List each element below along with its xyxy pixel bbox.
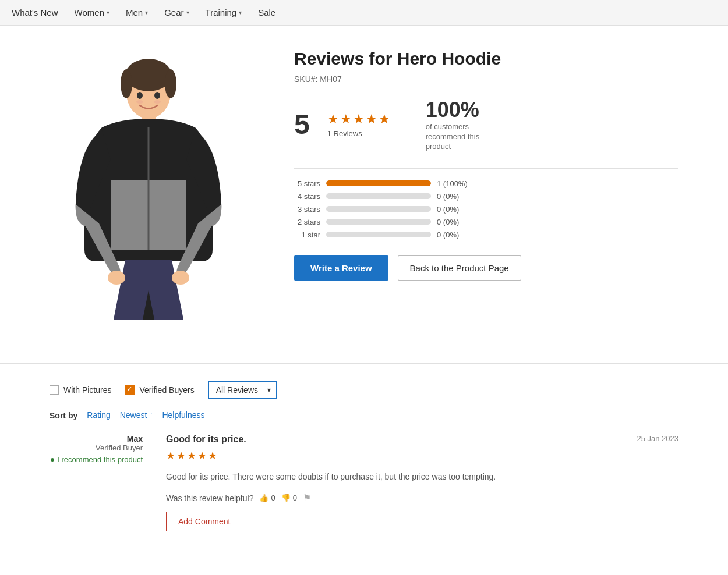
nav-whats-new[interactable]: What's New xyxy=(12,8,58,17)
bar-label: 2 stars xyxy=(294,218,320,226)
action-buttons: Write a Review Back to the Product Page xyxy=(294,255,678,281)
back-to-product-button[interactable]: Back to the Product Page xyxy=(398,255,521,281)
with-pictures-filter: With Pictures xyxy=(50,385,111,395)
nav-training[interactable]: Training ▾ xyxy=(206,8,242,17)
rating-bar-row: 4 stars 0 (0%) xyxy=(294,192,678,201)
review-item: Max Verified Buyer ● I recommend this pr… xyxy=(50,434,678,549)
rating-bar-row: 2 stars 0 (0%) xyxy=(294,218,678,226)
bar-value: 0 (0%) xyxy=(437,230,459,239)
sort-by-rating[interactable]: Rating xyxy=(87,410,110,420)
star-3: ★ xyxy=(353,112,365,127)
sort-by-label: Sort by xyxy=(50,411,77,420)
svg-point-9 xyxy=(154,92,160,99)
rating-summary: 5 ★ ★ ★ ★ ★ 1 Reviews 100% of customers … xyxy=(294,98,678,152)
review-title: Good for its price. xyxy=(166,434,246,445)
rating-bars: 5 stars 1 (100%) 4 stars 0 (0%) 3 stars … xyxy=(294,168,678,239)
svg-point-13 xyxy=(172,271,189,285)
reviewer-badge: Verified Buyer xyxy=(50,443,143,452)
bar-track xyxy=(326,180,431,186)
with-pictures-checkbox[interactable] xyxy=(50,385,59,395)
verified-buyers-checkbox[interactable] xyxy=(125,385,135,395)
review-date: 25 Jan 2023 xyxy=(637,434,678,443)
review-filter-dropdown[interactable]: All Reviews5 Stars4 Stars3 Stars2 Stars1… xyxy=(208,381,277,399)
helpful-no-button[interactable]: 👎 0 xyxy=(281,494,297,502)
bar-label: 4 stars xyxy=(294,192,320,201)
product-image-svg xyxy=(67,52,230,331)
reviewer-name: Max xyxy=(50,434,143,443)
star-4: ★ xyxy=(366,112,377,127)
chevron-down-icon: ▾ xyxy=(186,9,189,16)
write-review-button[interactable]: Write a Review xyxy=(294,255,388,281)
star-5: ★ xyxy=(379,112,390,127)
helpful-row: Was this review helpful? 👍 0 👎 0 ⚑ xyxy=(166,492,678,503)
add-comment-button[interactable]: Add Comment xyxy=(166,512,242,531)
review-content: Good for its price. 25 Jan 2023 ★★★★★ Go… xyxy=(166,434,678,531)
svg-point-12 xyxy=(108,271,125,285)
nav-gear[interactable]: Gear ▾ xyxy=(164,8,189,17)
flag-button[interactable]: ⚑ xyxy=(303,492,311,503)
helpful-label: Was this review helpful? xyxy=(166,494,253,503)
bar-label: 1 star xyxy=(294,230,320,239)
svg-point-2 xyxy=(125,59,172,91)
bar-value: 1 (100%) xyxy=(437,179,468,188)
review-text: Good for its price. There were some doub… xyxy=(166,470,678,483)
chevron-down-icon: ▾ xyxy=(239,9,242,16)
nav-sale[interactable]: Sale xyxy=(258,8,275,17)
sort-bar: Sort by Rating Newest ↑ Helpfulness xyxy=(15,410,713,420)
pct-number: 100% xyxy=(426,98,479,122)
review-count: 1 Reviews xyxy=(327,129,390,138)
bar-track xyxy=(326,219,431,225)
reviewer-info: Max Verified Buyer ● I recommend this pr… xyxy=(50,434,143,531)
rating-bar-row: 3 stars 0 (0%) xyxy=(294,205,678,214)
page-title: Reviews for Hero Hoodie xyxy=(294,49,678,69)
chevron-down-icon: ▾ xyxy=(107,9,109,16)
recommend-percentage: 100% of customers recommend this product xyxy=(408,98,496,152)
bar-track xyxy=(326,232,431,237)
review-filter-dropdown-wrapper: All Reviews5 Stars4 Stars3 Stars2 Stars1… xyxy=(208,381,277,399)
rating-bar-row: 5 stars 1 (100%) xyxy=(294,179,678,188)
svg-point-4 xyxy=(165,69,176,98)
rating-bar-row: 1 star 0 (0%) xyxy=(294,230,678,239)
sort-by-newest[interactable]: Newest ↑ xyxy=(120,410,153,420)
overall-score: 5 xyxy=(294,111,310,139)
filter-bar: With Pictures Verified Buyers All Review… xyxy=(15,381,713,399)
bar-fill xyxy=(326,180,431,186)
recommend-text: I recommend this product xyxy=(57,455,143,464)
bar-track xyxy=(326,193,431,199)
bottom-action: Write a Review xyxy=(0,561,728,575)
helpful-yes-count: 0 xyxy=(271,494,275,502)
thumbs-down-icon: 👎 xyxy=(281,494,291,502)
svg-point-8 xyxy=(137,92,143,99)
svg-point-11 xyxy=(154,100,161,104)
bar-label: 5 stars xyxy=(294,179,320,188)
bar-track xyxy=(326,206,431,212)
sort-by-helpfulness[interactable]: Helpfulness xyxy=(162,410,204,420)
reviews-list: Max Verified Buyer ● I recommend this pr… xyxy=(15,434,713,549)
bar-label: 3 stars xyxy=(294,205,320,214)
star-2: ★ xyxy=(340,112,352,127)
product-image xyxy=(50,49,248,334)
svg-point-3 xyxy=(121,69,132,98)
with-pictures-label[interactable]: With Pictures xyxy=(63,385,111,395)
reviewer-recommend: ● I recommend this product xyxy=(50,455,143,464)
nav-men[interactable]: Men ▾ xyxy=(126,8,148,17)
star-1: ★ xyxy=(327,112,339,127)
helpful-no-count: 0 xyxy=(293,494,297,502)
verified-buyers-label[interactable]: Verified Buyers xyxy=(139,385,194,395)
thumbs-up-icon: 👍 xyxy=(259,494,268,502)
stars-and-count: ★ ★ ★ ★ ★ 1 Reviews xyxy=(327,112,390,138)
review-star: ★ xyxy=(197,449,207,462)
bar-value: 0 (0%) xyxy=(437,205,459,214)
review-star: ★ xyxy=(166,449,175,462)
nav-women[interactable]: Women ▾ xyxy=(75,8,109,17)
bar-value: 0 (0%) xyxy=(437,192,459,201)
sku-info: SKU#: MH07 xyxy=(294,74,678,84)
main-content: Reviews for Hero Hoodie SKU#: MH07 5 ★ ★… xyxy=(15,26,713,357)
helpful-yes-button[interactable]: 👍 0 xyxy=(259,494,275,502)
review-stars: ★★★★★ xyxy=(166,449,678,462)
reviews-area: Reviews for Hero Hoodie SKU#: MH07 5 ★ ★… xyxy=(294,49,678,334)
verified-buyers-filter: Verified Buyers xyxy=(125,385,194,395)
product-image-area xyxy=(38,49,259,334)
review-star: ★ xyxy=(187,449,196,462)
pct-label: of customers recommend this product xyxy=(426,122,496,152)
